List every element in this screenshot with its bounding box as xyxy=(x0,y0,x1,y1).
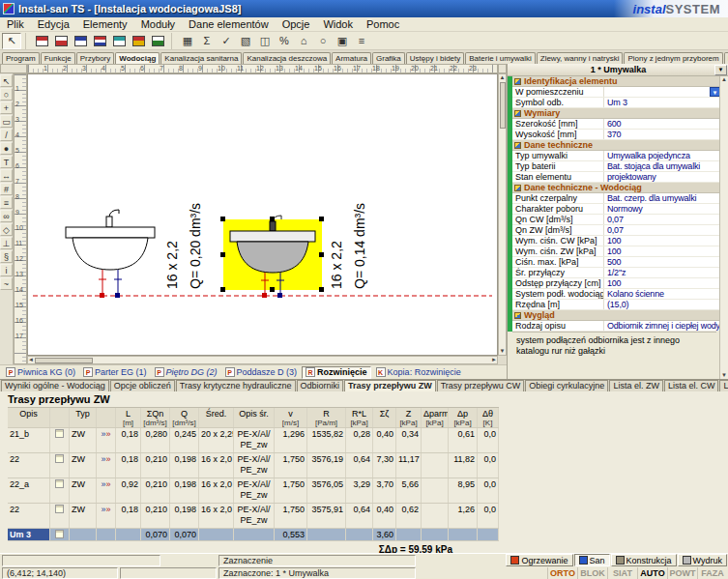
rect-select-tool-icon[interactable]: ▭ xyxy=(0,115,13,128)
tab-kanalizacja-sanitarna[interactable]: Kanalizacja sanitarna xyxy=(160,52,242,64)
col-header-p[interactable]: Δp[kPa] xyxy=(449,408,478,427)
floor-tab-piętro-dg-2[interactable]: PPiętro DG (2) xyxy=(152,366,220,379)
prop-value[interactable]: Bat. czerp. dla umywalki xyxy=(603,193,720,203)
floor-tab-kopia-rozwinięcie[interactable]: KKopia: Rozwinięcie xyxy=(373,366,464,379)
scale-icon[interactable]: % xyxy=(275,33,294,49)
module-flag-6-icon[interactable] xyxy=(129,33,148,49)
scroll-down-icon[interactable]: ▼ xyxy=(721,372,727,379)
vertical-scroll-thumb[interactable] xyxy=(500,82,506,129)
module-flag-1-icon[interactable] xyxy=(32,33,51,49)
col-header-typ[interactable]: Typ xyxy=(70,408,97,427)
valve-tool-icon[interactable]: ◇ xyxy=(0,223,13,236)
tab-przybory[interactable]: Przybory xyxy=(76,52,115,64)
module-flag-5-icon[interactable] xyxy=(109,33,129,49)
menu-edycja[interactable]: Edycja xyxy=(31,17,76,31)
prop-value[interactable]: 100 xyxy=(603,246,720,256)
toggle-powt[interactable]: POWT xyxy=(667,567,697,579)
zoom-tool-icon[interactable]: ○ xyxy=(0,88,13,101)
tab-baterie-i-umywalki[interactable]: Baterie i umywalki xyxy=(465,52,535,64)
col-header-opis[interactable]: Opis xyxy=(8,408,50,427)
riser-tool-icon[interactable]: ⊥ xyxy=(0,237,13,249)
floor-tab-parter-eg-1[interactable]: PParter EG (1) xyxy=(80,366,150,379)
node-tool-icon[interactable]: ● xyxy=(0,142,13,155)
hot-connection-node[interactable] xyxy=(277,293,282,298)
module-wydruk[interactable]: Wydruk xyxy=(678,554,727,566)
columns-icon[interactable]: ◫ xyxy=(255,33,275,49)
menu-elementy[interactable]: Elementy xyxy=(76,17,134,31)
prop-value[interactable]: 500 xyxy=(603,257,720,267)
scroll-up-icon[interactable]: ▲ xyxy=(721,76,727,83)
canvas-horizontal-scrollbar[interactable]: ◄ ► xyxy=(27,356,498,364)
prop-value[interactable]: 0,07 xyxy=(603,215,720,224)
prop-value[interactable]: Normowy xyxy=(603,204,720,214)
prop-value[interactable]: (15,0) xyxy=(603,300,720,309)
col-header-l[interactable]: L[m] xyxy=(116,408,141,427)
prop-value[interactable]: Bat. stojąca dla umywalki xyxy=(603,161,720,171)
circulation-tool-icon[interactable]: ∞ xyxy=(0,210,13,222)
table-icon[interactable]: ▦ xyxy=(178,33,197,49)
prop-value[interactable] xyxy=(603,87,720,97)
grid-tool-icon[interactable]: # xyxy=(0,183,13,195)
prop-value[interactable]: 100 xyxy=(603,236,720,246)
info-tool-icon[interactable]: i xyxy=(0,264,13,276)
cold-connection-node[interactable] xyxy=(100,293,104,298)
table-row-22-a[interactable]: 22_aZW»»0,920,2100,19816 x 2,0PE-X/Al/PE… xyxy=(8,478,499,504)
refresh-tool-icon[interactable]: ~ xyxy=(0,277,13,290)
col-header-r-l[interactable]: R*L[kPa] xyxy=(346,408,373,427)
tab-piony-z-wieloma-przyborami[interactable]: Piony z wieloma przyborami xyxy=(724,52,728,64)
prop-value[interactable]: Kolano ścienne xyxy=(603,289,720,299)
scroll-up-icon[interactable]: ▲ xyxy=(500,74,506,81)
scroll-right-icon[interactable]: ► xyxy=(491,357,497,363)
toggle-orto[interactable]: ORTO xyxy=(547,567,577,579)
pointer-tool-icon[interactable]: ↖ xyxy=(0,74,13,87)
col-header-c3[interactable] xyxy=(97,408,116,427)
prop-value[interactable]: 100 xyxy=(603,278,720,288)
tab-grafika[interactable]: Grafika xyxy=(372,52,405,64)
toggle-siat[interactable]: SIAT xyxy=(607,567,637,579)
col-header-x[interactable]: Δθ[K] xyxy=(478,408,499,427)
module-flag-7-icon[interactable] xyxy=(148,33,167,49)
cold-connection-node[interactable] xyxy=(262,293,267,298)
menu-dane-elementów[interactable]: Dane elementów xyxy=(182,17,276,31)
col-header-śred[interactable]: Śred. xyxy=(199,408,234,427)
diagram-icon[interactable]: ▧ xyxy=(236,33,255,49)
zoom-icon[interactable]: ○ xyxy=(313,33,333,49)
table-row-22[interactable]: 22ZW»»0,180,2100,19816 x 2,0PE-X/Al/PE_z… xyxy=(8,504,499,529)
text-tool-icon[interactable]: T xyxy=(0,156,13,168)
result-tab-trasy-przepływu-zw[interactable]: Trasy przepływu ZW xyxy=(344,380,436,391)
washbasin-1[interactable] xyxy=(66,210,155,298)
col-header-q[interactable]: Q[dm³/s] xyxy=(170,408,199,427)
module-ogrzewanie[interactable]: Ogrzewanie xyxy=(506,554,572,566)
properties-header-dropdown-icon[interactable]: ▼ xyxy=(714,65,727,75)
tab-wodociąg[interactable]: Wodociąg xyxy=(115,52,160,64)
tab-piony-z-jednym-przyborem[interactable]: Piony z jednym przyborem xyxy=(624,52,722,64)
col-header-v[interactable]: v[m/s] xyxy=(275,408,307,427)
table-row-um-3[interactable]: Um 30,0700,0700,5533,60 xyxy=(8,529,499,541)
toggle-auto[interactable]: AUTO xyxy=(637,567,667,579)
col-header-x[interactable]: Σζ xyxy=(373,408,396,427)
result-tab-trasy-przepływu-cw[interactable]: Trasy przepływu CW xyxy=(437,380,525,391)
prop-value[interactable]: Umywalka pojedyncza xyxy=(603,151,720,160)
col-header-opis-śr[interactable]: Opis śr. xyxy=(234,408,275,427)
floor-tab-poddasze-d-3[interactable]: PPoddasze D (3) xyxy=(222,366,301,379)
menu-pomoc[interactable]: Pomoc xyxy=(360,17,406,31)
prop-value[interactable]: projektowany xyxy=(603,172,720,182)
result-tab-lista-el-cyrk[interactable]: Lista el. Cyrk xyxy=(719,380,728,391)
home-icon[interactable]: ⌂ xyxy=(294,33,313,49)
module-flag-4-icon[interactable] xyxy=(90,33,109,49)
menu-opcje[interactable]: Opcje xyxy=(276,17,317,31)
col-header-c1[interactable] xyxy=(50,408,70,427)
result-tab-wyniki-ogólne-wodociąg[interactable]: Wyniki ogólne - Wodociąg xyxy=(1,380,109,391)
tab-program[interactable]: Program xyxy=(2,52,40,64)
pointer-tool-icon[interactable]: ↖ xyxy=(2,33,21,49)
drawing-canvas[interactable]: 16 x 2,2 Q= 0,20 dm³/s xyxy=(27,73,498,356)
prop-value[interactable]: 0,07 xyxy=(603,225,720,235)
module-flag-3-icon[interactable] xyxy=(71,33,90,49)
menu-widok[interactable]: Widok xyxy=(316,17,360,31)
scroll-left-icon[interactable]: ◄ xyxy=(28,357,34,363)
prop-value[interactable]: Um 3 xyxy=(603,98,720,107)
washbasin-2-selected[interactable] xyxy=(220,216,324,298)
pipe-tool-icon[interactable]: / xyxy=(0,129,13,141)
prop-value[interactable]: 370 xyxy=(603,130,720,139)
col-header-parm[interactable]: Δparm[kPa] xyxy=(422,408,449,427)
